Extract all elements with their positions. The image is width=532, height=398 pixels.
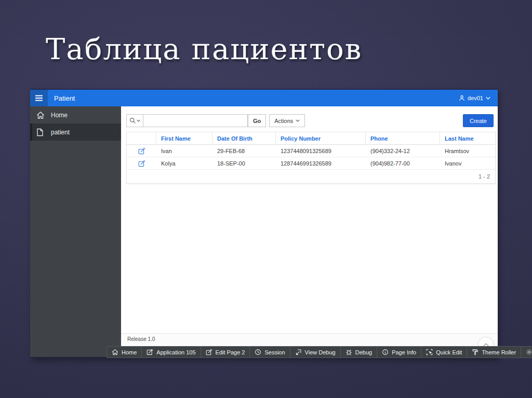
developer-toolbar: Home Application 105 Edit Page 2 Session…: [107, 346, 532, 358]
devbar-label: Application 105: [156, 349, 195, 355]
apex-app-window: Patient dev01 Home: [30, 89, 498, 358]
cell-phone: (904)332-24-12: [366, 145, 440, 157]
devbar-session[interactable]: Session: [250, 347, 290, 358]
menu-toggle-button[interactable]: [30, 90, 48, 106]
home-icon: [112, 349, 118, 355]
devbar-debug[interactable]: Debug: [341, 347, 377, 358]
edit-square-icon: [147, 349, 153, 355]
edit-icon: [206, 349, 212, 355]
document-icon: [36, 128, 45, 136]
go-button[interactable]: Go: [248, 114, 266, 127]
interactive-report: First Name Date Of Birth Policy Number P…: [126, 132, 496, 184]
create-button[interactable]: Create: [463, 114, 494, 127]
column-header-dob[interactable]: Date Of Birth: [212, 132, 276, 144]
table-header-row: First Name Date Of Birth Policy Number P…: [127, 132, 495, 145]
edit-row-icon[interactable]: [138, 147, 145, 155]
search-input[interactable]: [143, 114, 248, 127]
column-header-policy[interactable]: Policy Number: [276, 132, 366, 144]
devbar-settings[interactable]: [521, 347, 532, 358]
devbar-label: View Debug: [305, 349, 336, 355]
devbar-view-debug[interactable]: View Debug: [290, 347, 341, 358]
edit-row-icon[interactable]: [138, 160, 145, 167]
pagination: 1 - 2: [127, 170, 495, 183]
user-label: dev01: [468, 95, 483, 101]
column-header-last-name[interactable]: Last Name: [440, 132, 495, 144]
devbar-label: Home: [122, 349, 137, 355]
cell-policy: 1287446991326589: [276, 157, 366, 169]
devbar-page-info[interactable]: Page Info: [377, 347, 421, 358]
cell-dob: 29-FEB-68: [212, 145, 276, 157]
devbar-label: Session: [264, 349, 285, 355]
actions-button[interactable]: Actions: [269, 114, 305, 127]
info-icon: [382, 349, 389, 355]
devbar-application[interactable]: Application 105: [142, 347, 201, 358]
quick-edit-icon: [426, 349, 433, 355]
chevron-down-icon: [137, 119, 140, 122]
app-body: Home patient: [30, 106, 498, 357]
devbar-label: Page Info: [392, 349, 416, 355]
search-column-selector[interactable]: [126, 114, 143, 127]
devbar-label: Theme Roller: [482, 349, 516, 355]
column-header-phone[interactable]: Phone: [366, 132, 440, 144]
sidebar-item-label: patient: [51, 129, 70, 136]
devbar-label: Debug: [355, 349, 372, 355]
devbar-theme-roller[interactable]: Theme Roller: [467, 347, 521, 358]
actions-label: Actions: [274, 118, 293, 124]
clock-icon: [255, 349, 261, 355]
release-label: Release 1.0: [121, 334, 498, 342]
home-icon: [36, 111, 45, 119]
hamburger-icon: [35, 94, 43, 102]
presentation-slide: Таблица пациентов Patient dev01: [0, 0, 532, 398]
bug-icon: [345, 349, 352, 355]
cell-last-name: Hramtsov: [440, 145, 495, 157]
gear-icon: [526, 349, 532, 355]
sidebar-item-patient[interactable]: patient: [30, 123, 121, 141]
app-title: Patient: [54, 94, 75, 102]
search-icon: [129, 117, 136, 124]
app-header: Patient dev01: [30, 90, 498, 106]
devbar-label: Edit Page 2: [216, 349, 245, 355]
cell-policy: 1237448091325689: [276, 145, 366, 157]
user-icon: [459, 95, 465, 101]
sidebar-item-home[interactable]: Home: [30, 106, 121, 123]
edit-column-header: [127, 132, 156, 144]
sidebar: Home patient: [30, 106, 121, 357]
cell-first-name: Kolya: [156, 157, 212, 169]
table-row: Kolya 18-SEP-00 1287446991326589 (904)98…: [127, 157, 495, 170]
devbar-label: Quick Edit: [436, 349, 462, 355]
devbar-edit-page[interactable]: Edit Page 2: [201, 347, 250, 358]
devbar-quick-edit[interactable]: Quick Edit: [421, 347, 467, 358]
main-content: Go Actions Create First Name Date Of Bir…: [121, 106, 498, 357]
report-toolbar: Go Actions Create: [121, 106, 498, 127]
devbar-home[interactable]: Home: [107, 347, 142, 358]
view-debug-icon: [295, 349, 302, 355]
sidebar-item-label: Home: [51, 112, 68, 119]
paint-roller-icon: [472, 349, 478, 355]
cell-last-name: Ivanov: [440, 157, 495, 169]
chevron-down-icon: [486, 97, 490, 100]
user-menu[interactable]: dev01: [459, 95, 490, 101]
table-row: Ivan 29-FEB-68 1237448091325689 (904)332…: [127, 145, 495, 157]
column-header-first-name[interactable]: First Name: [156, 132, 212, 144]
chevron-down-icon: [296, 119, 300, 122]
cell-first-name: Ivan: [156, 145, 212, 157]
cell-dob: 18-SEP-00: [212, 157, 276, 169]
slide-title: Таблица пациентов: [46, 32, 362, 66]
cell-phone: (904)982-77-00: [366, 157, 440, 169]
